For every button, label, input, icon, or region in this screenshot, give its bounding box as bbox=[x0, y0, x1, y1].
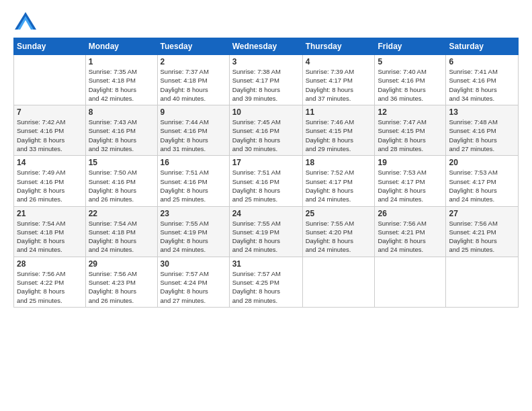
day-number: 3 bbox=[232, 57, 300, 66]
day-number: 7 bbox=[17, 107, 83, 117]
calendar-cell: 2Sunrise: 7:37 AMSunset: 4:18 PMDaylight… bbox=[157, 55, 229, 105]
calendar-cell: 31Sunrise: 7:57 AMSunset: 4:25 PMDayligh… bbox=[229, 257, 302, 307]
day-info: Sunrise: 7:47 AMSunset: 4:15 PMDaylight:… bbox=[378, 118, 443, 153]
day-number: 23 bbox=[161, 209, 226, 218]
calendar-cell: 8Sunrise: 7:43 AMSunset: 4:16 PMDaylight… bbox=[85, 105, 157, 156]
calendar-cell bbox=[14, 55, 86, 105]
day-info: Sunrise: 7:38 AMSunset: 4:17 PMDaylight:… bbox=[232, 67, 300, 103]
day-info: Sunrise: 7:35 AMSunset: 4:18 PMDaylight:… bbox=[89, 67, 154, 103]
day-number: 19 bbox=[378, 158, 443, 167]
calendar-cell: 7Sunrise: 7:42 AMSunset: 4:16 PMDaylight… bbox=[14, 105, 86, 156]
day-info: Sunrise: 7:57 AMSunset: 4:25 PMDaylight:… bbox=[232, 269, 300, 305]
header bbox=[13, 11, 519, 31]
day-number: 27 bbox=[449, 209, 515, 218]
day-info: Sunrise: 7:45 AMSunset: 4:16 PMDaylight:… bbox=[232, 118, 300, 153]
day-number: 25 bbox=[306, 209, 372, 218]
calendar-cell: 27Sunrise: 7:56 AMSunset: 4:21 PMDayligh… bbox=[446, 206, 519, 257]
day-info: Sunrise: 7:52 AMSunset: 4:17 PMDaylight:… bbox=[306, 168, 372, 203]
day-info: Sunrise: 7:48 AMSunset: 4:16 PMDaylight:… bbox=[449, 118, 515, 153]
day-info: Sunrise: 7:56 AMSunset: 4:21 PMDaylight:… bbox=[378, 219, 443, 255]
calendar-cell: 12Sunrise: 7:47 AMSunset: 4:15 PMDayligh… bbox=[375, 105, 446, 156]
day-info: Sunrise: 7:39 AMSunset: 4:17 PMDaylight:… bbox=[306, 67, 372, 103]
day-number: 4 bbox=[306, 57, 372, 66]
day-number: 16 bbox=[161, 158, 226, 167]
page: SundayMondayTuesdayWednesdayThursdayFrid… bbox=[0, 0, 532, 411]
week-row-4: 21Sunrise: 7:54 AMSunset: 4:18 PMDayligh… bbox=[14, 206, 519, 257]
day-number: 5 bbox=[378, 57, 443, 66]
day-number: 29 bbox=[89, 259, 154, 269]
calendar-table: SundayMondayTuesdayWednesdayThursdayFrid… bbox=[13, 38, 519, 308]
day-info: Sunrise: 7:44 AMSunset: 4:16 PMDaylight:… bbox=[161, 118, 226, 153]
day-number: 12 bbox=[378, 107, 443, 117]
day-info: Sunrise: 7:41 AMSunset: 4:16 PMDaylight:… bbox=[449, 67, 515, 103]
day-number: 10 bbox=[232, 107, 300, 117]
header-tuesday: Tuesday bbox=[157, 38, 229, 55]
day-info: Sunrise: 7:55 AMSunset: 4:20 PMDaylight:… bbox=[306, 219, 372, 255]
calendar-cell: 15Sunrise: 7:50 AMSunset: 4:16 PMDayligh… bbox=[85, 156, 157, 206]
day-info: Sunrise: 7:55 AMSunset: 4:19 PMDaylight:… bbox=[161, 219, 226, 255]
calendar-cell: 23Sunrise: 7:55 AMSunset: 4:19 PMDayligh… bbox=[157, 206, 229, 257]
day-number: 17 bbox=[232, 158, 300, 167]
week-row-2: 7Sunrise: 7:42 AMSunset: 4:16 PMDaylight… bbox=[14, 105, 519, 156]
calendar-cell: 6Sunrise: 7:41 AMSunset: 4:16 PMDaylight… bbox=[446, 55, 519, 105]
day-info: Sunrise: 7:57 AMSunset: 4:24 PMDaylight:… bbox=[161, 269, 226, 305]
calendar-cell: 3Sunrise: 7:38 AMSunset: 4:17 PMDaylight… bbox=[229, 55, 302, 105]
calendar-cell: 18Sunrise: 7:52 AMSunset: 4:17 PMDayligh… bbox=[302, 156, 375, 206]
day-number: 22 bbox=[89, 209, 154, 218]
calendar-cell: 5Sunrise: 7:40 AMSunset: 4:16 PMDaylight… bbox=[375, 55, 446, 105]
day-number: 18 bbox=[306, 158, 372, 167]
day-number: 28 bbox=[17, 259, 83, 269]
day-info: Sunrise: 7:46 AMSunset: 4:15 PMDaylight:… bbox=[306, 118, 372, 153]
calendar-cell: 11Sunrise: 7:46 AMSunset: 4:15 PMDayligh… bbox=[302, 105, 375, 156]
day-info: Sunrise: 7:56 AMSunset: 4:22 PMDaylight:… bbox=[17, 269, 83, 305]
day-info: Sunrise: 7:40 AMSunset: 4:16 PMDaylight:… bbox=[378, 67, 443, 103]
logo bbox=[13, 11, 40, 31]
day-number: 14 bbox=[17, 158, 83, 167]
header-sunday: Sunday bbox=[14, 38, 86, 55]
header-saturday: Saturday bbox=[446, 38, 519, 55]
day-number: 21 bbox=[17, 209, 83, 218]
day-info: Sunrise: 7:54 AMSunset: 4:18 PMDaylight:… bbox=[17, 219, 83, 255]
day-info: Sunrise: 7:53 AMSunset: 4:17 PMDaylight:… bbox=[449, 168, 515, 203]
calendar-cell: 26Sunrise: 7:56 AMSunset: 4:21 PMDayligh… bbox=[375, 206, 446, 257]
day-number: 8 bbox=[89, 107, 154, 117]
calendar-header-row: SundayMondayTuesdayWednesdayThursdayFrid… bbox=[14, 38, 519, 55]
day-info: Sunrise: 7:51 AMSunset: 4:16 PMDaylight:… bbox=[232, 168, 300, 203]
calendar-cell: 13Sunrise: 7:48 AMSunset: 4:16 PMDayligh… bbox=[446, 105, 519, 156]
day-number: 6 bbox=[449, 57, 515, 66]
header-thursday: Thursday bbox=[302, 38, 375, 55]
calendar-cell: 9Sunrise: 7:44 AMSunset: 4:16 PMDaylight… bbox=[157, 105, 229, 156]
day-number: 20 bbox=[449, 158, 515, 167]
calendar-cell: 28Sunrise: 7:56 AMSunset: 4:22 PMDayligh… bbox=[14, 257, 86, 307]
calendar-cell bbox=[375, 257, 446, 307]
day-number: 9 bbox=[161, 107, 226, 117]
calendar-cell: 21Sunrise: 7:54 AMSunset: 4:18 PMDayligh… bbox=[14, 206, 86, 257]
day-number: 11 bbox=[306, 107, 372, 117]
logo-icon bbox=[13, 11, 38, 31]
calendar-cell: 17Sunrise: 7:51 AMSunset: 4:16 PMDayligh… bbox=[229, 156, 302, 206]
day-number: 1 bbox=[89, 57, 154, 66]
day-info: Sunrise: 7:42 AMSunset: 4:16 PMDaylight:… bbox=[17, 118, 83, 153]
calendar-cell: 19Sunrise: 7:53 AMSunset: 4:17 PMDayligh… bbox=[375, 156, 446, 206]
day-number: 24 bbox=[232, 209, 300, 218]
day-info: Sunrise: 7:54 AMSunset: 4:18 PMDaylight:… bbox=[89, 219, 154, 255]
calendar-cell: 4Sunrise: 7:39 AMSunset: 4:17 PMDaylight… bbox=[302, 55, 375, 105]
day-number: 30 bbox=[161, 259, 226, 269]
week-row-1: 1Sunrise: 7:35 AMSunset: 4:18 PMDaylight… bbox=[14, 55, 519, 105]
day-info: Sunrise: 7:43 AMSunset: 4:16 PMDaylight:… bbox=[89, 118, 154, 153]
day-info: Sunrise: 7:53 AMSunset: 4:17 PMDaylight:… bbox=[378, 168, 443, 203]
day-info: Sunrise: 7:49 AMSunset: 4:16 PMDaylight:… bbox=[17, 168, 83, 203]
day-info: Sunrise: 7:55 AMSunset: 4:19 PMDaylight:… bbox=[232, 219, 300, 255]
calendar-cell: 1Sunrise: 7:35 AMSunset: 4:18 PMDaylight… bbox=[85, 55, 157, 105]
day-number: 26 bbox=[378, 209, 443, 218]
header-wednesday: Wednesday bbox=[229, 38, 302, 55]
calendar-cell bbox=[302, 257, 375, 307]
calendar-cell: 14Sunrise: 7:49 AMSunset: 4:16 PMDayligh… bbox=[14, 156, 86, 206]
calendar-cell: 22Sunrise: 7:54 AMSunset: 4:18 PMDayligh… bbox=[85, 206, 157, 257]
day-info: Sunrise: 7:50 AMSunset: 4:16 PMDaylight:… bbox=[89, 168, 154, 203]
calendar-cell: 20Sunrise: 7:53 AMSunset: 4:17 PMDayligh… bbox=[446, 156, 519, 206]
day-number: 2 bbox=[161, 57, 226, 66]
header-monday: Monday bbox=[85, 38, 157, 55]
day-number: 31 bbox=[232, 259, 300, 269]
header-friday: Friday bbox=[375, 38, 446, 55]
